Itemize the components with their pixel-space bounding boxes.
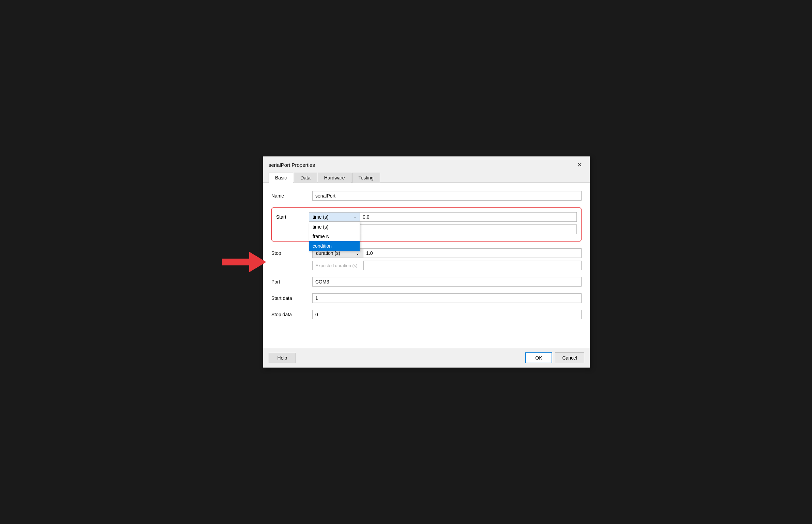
- start-dropdown-container: time (s) ⌄ time (s) frame N condition: [309, 212, 360, 222]
- stop-dropdown-text: duration (s): [316, 250, 340, 256]
- port-label: Port: [271, 277, 312, 285]
- name-controls: [312, 191, 582, 201]
- stop-label: Stop: [271, 248, 312, 256]
- cancel-button[interactable]: Cancel: [555, 352, 584, 363]
- tab-basic[interactable]: Basic: [269, 173, 293, 183]
- dialog-title: serialPort Properties: [269, 162, 315, 168]
- tab-hardware[interactable]: Hardware: [318, 173, 351, 183]
- start-data-row: Start data: [271, 293, 582, 303]
- start-row: time (s) ⌄ time (s) frame N condition: [309, 212, 577, 222]
- tabs-bar: Basic Data Hardware Testing: [263, 170, 590, 183]
- start-dropdown-text: time (s): [313, 214, 351, 220]
- stop-controls: duration (s) ⌄ Expected duration (s): [312, 248, 582, 270]
- start-condition-input[interactable]: [360, 224, 577, 234]
- start-data-input[interactable]: [312, 293, 582, 303]
- name-row: Name: [271, 191, 582, 201]
- name-input[interactable]: [312, 191, 582, 201]
- start-value-input[interactable]: [360, 212, 577, 222]
- arrow-shaft: [222, 259, 249, 265]
- dropdown-item-frame[interactable]: frame N: [309, 232, 360, 241]
- close-button[interactable]: ✕: [575, 160, 584, 170]
- dropdown-item-condition[interactable]: condition: [309, 241, 360, 251]
- stop-inner: Stop duration (s) ⌄ E: [271, 248, 582, 270]
- arrow-icon: [249, 252, 266, 272]
- tab-data[interactable]: Data: [294, 173, 317, 183]
- start-controls: time (s) ⌄ time (s) frame N condition: [309, 212, 577, 237]
- stop-section: Stop duration (s) ⌄ E: [271, 248, 582, 270]
- start-data-label: Start data: [271, 293, 312, 301]
- start-section: Start time (s) ⌄ time (s) frame: [271, 207, 582, 242]
- chevron-down-icon: ⌄: [354, 215, 356, 219]
- dialog: serialPort Properties ✕ Basic Data Hardw…: [263, 156, 590, 368]
- content-area: Name Start time (s) ⌄: [263, 183, 590, 348]
- chevron-down-stop-icon: ⌄: [356, 250, 360, 256]
- start-type-dropdown[interactable]: time (s) ⌄: [309, 212, 360, 222]
- port-controls: [312, 277, 582, 287]
- help-button[interactable]: Help: [269, 353, 296, 363]
- tab-testing[interactable]: Testing: [352, 173, 380, 183]
- stop-data-input[interactable]: [312, 310, 582, 319]
- name-label: Name: [271, 191, 312, 199]
- ok-button[interactable]: OK: [525, 352, 552, 363]
- dialog-wrapper: serialPort Properties ✕ Basic Data Hardw…: [222, 156, 590, 368]
- stop-data-controls: [312, 310, 582, 319]
- footer-buttons: OK Cancel: [525, 352, 584, 363]
- stop-value-input[interactable]: [363, 248, 582, 258]
- expected-duration-input[interactable]: [363, 261, 582, 270]
- dropdown-item-time[interactable]: time (s): [309, 222, 360, 232]
- port-input[interactable]: [312, 277, 582, 287]
- port-row: Port: [271, 277, 582, 287]
- expected-duration-row: Expected duration (s): [312, 261, 582, 270]
- start-dropdown-list: time (s) frame N condition: [309, 222, 360, 251]
- stop-data-row: Stop data: [271, 310, 582, 319]
- arrow-container: [222, 252, 266, 272]
- stop-data-label: Stop data: [271, 310, 312, 317]
- start-data-controls: [312, 293, 582, 303]
- footer: Help OK Cancel: [263, 348, 590, 367]
- expected-duration-label: Expected duration (s): [312, 261, 363, 270]
- start-label: Start: [276, 212, 309, 220]
- title-bar: serialPort Properties ✕: [263, 157, 590, 170]
